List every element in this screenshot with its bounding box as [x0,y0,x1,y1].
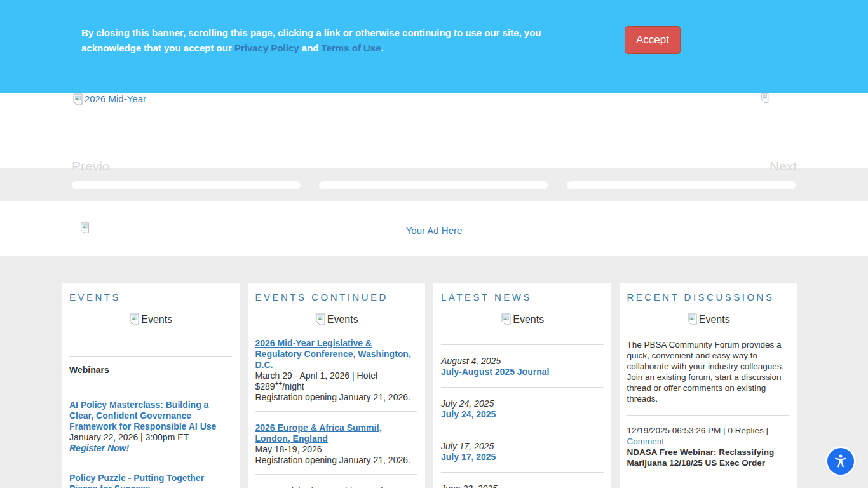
event-registration-note: Registration opening January 21, 2026. [255,392,418,403]
cookie-message-line1: By closing this banner, scrolling this p… [81,27,541,38]
broken-image-icon [79,222,91,234]
events-continued-header: EVENTS CONTINUED [255,292,418,302]
event-date: May 18-19, 2026 [255,444,418,455]
recent-discussions-header: RECENT DISCUSSIONS [627,292,790,302]
recent-discussions-card: RECENT DISCUSSIONS Events The PBSA Commu… [620,283,797,488]
events-header: EVENTS [69,292,232,302]
register-now-link[interactable]: Register Now! [69,443,232,454]
event-link-europe-africa-summit[interactable]: 2026 Europe & Africa Summit, London, Eng… [255,423,418,444]
news-item: July 17, 2025 July 17, 2025 [441,430,604,472]
broken-image-icon [500,313,513,326]
accept-button[interactable]: Accept [625,26,681,54]
accessibility-widget-button[interactable] [827,448,854,475]
terms-of-use-link[interactable]: Terms of Use [322,43,381,53]
discussion-title: NDASA Free Webinar: Reclassifying Mariju… [627,447,790,468]
news-item: August 4, 2025 July-August 2025 Journal [441,345,604,387]
event-link-midyear-conference[interactable]: 2026 Mid-Year Legislative & Regulatory C… [255,338,418,370]
event-price-suffix: /night [282,381,304,391]
latest-news-image-alt: Events [513,314,544,325]
comment-link[interactable]: Comment [627,437,665,446]
broken-image-icon [128,313,141,326]
carousel-slide-link[interactable]: 2026 Mid-Year [72,93,146,106]
events-image-alt: Events [141,314,172,325]
discussion-meta: 12/19/2025 06:53:26 PM | 0 Replies | Com… [627,425,790,447]
cookie-message-line2-prefix: acknowledge that you accept our [81,43,234,53]
event-date: January 22, 2026 | 3:00pm ET [69,432,232,443]
event-price-line: March 29 - April 1, 2026 | Hotel $289++/… [255,370,418,392]
event-price-prefix: March 29 - April 1, 2026 | Hotel $289 [255,370,378,391]
discussions-image-placeholder: Events [627,313,790,326]
your-ad-here-link[interactable]: Your Ad Here [0,201,868,236]
events-continued-image-placeholder: Events [255,313,418,326]
carousel-previous-button[interactable]: Previo [72,159,110,174]
accessibility-person-icon [832,453,849,470]
event-link-policy-puzzle[interactable]: Policy Puzzle - Putting Together Pieces … [69,473,232,488]
news-date: August 4, 2025 [441,356,604,367]
cookie-message-period: . [381,43,384,53]
webinars-label: Webinars [69,365,232,376]
latest-news-image-placeholder: Events [441,313,604,326]
events-continued-image-alt: Events [327,314,358,325]
carousel-indicator-1[interactable] [72,181,301,189]
news-link[interactable]: July-August 2025 Journal [441,367,604,377]
event-price-sup: ++ [275,380,283,387]
news-link[interactable]: July 24, 2025 [441,409,604,420]
carousel-indicator-2[interactable] [319,181,548,189]
broken-image-icon [686,313,699,326]
events-image-placeholder: Events [69,313,232,326]
news-link[interactable]: July 17, 2025 [441,452,604,463]
forum-intro-text: The PBSA Community Forum provides a quic… [627,339,790,404]
ad-strip: Your Ad Here [0,201,868,256]
news-date: June 23, 2025 [441,484,604,488]
content-columns: EVENTS Events Webinars AI Policy Masterc… [0,256,868,488]
news-item: June 23, 2025 [441,473,604,488]
carousel-next-button[interactable]: Next [770,159,797,174]
broken-image-icon [315,313,327,326]
news-date: July 17, 2025 [441,441,604,452]
events-continued-card: EVENTS CONTINUED Events 2026 Mid-Year Le… [248,283,426,488]
latest-news-header: LATEST NEWS [441,292,604,302]
event-registration-note: Registration opening January 21, 2026. [255,455,418,466]
hero-carousel: 2026 Mid-Year Previo Next [0,93,868,201]
privacy-policy-link[interactable]: Privacy Policy [234,43,299,53]
broken-image-icon [72,93,85,106]
event-link-ai-policy-masterclass[interactable]: AI Policy Masterclass: Building a Clear,… [69,400,232,432]
cookie-message-and: and [299,43,322,53]
cookie-consent-message: By closing this banner, scrolling this p… [81,25,625,56]
news-date: July 24, 2025 [441,398,604,409]
discussions-image-alt: Events [699,314,730,325]
carousel-indicator-3[interactable] [567,181,796,189]
broken-image-icon [760,93,770,104]
news-item: July 24, 2025 July 24, 2025 [441,388,604,430]
cookie-consent-banner: By closing this banner, scrolling this p… [0,0,868,93]
discussion-timestamp: 12/19/2025 06:53:26 PM | 0 Replies | [627,426,768,435]
carousel-slide-label: 2026 Mid-Year [85,93,146,104]
events-card: EVENTS Events Webinars AI Policy Masterc… [62,283,240,488]
latest-news-card: LATEST NEWS Events August 4, 2025 July-A… [433,283,611,488]
